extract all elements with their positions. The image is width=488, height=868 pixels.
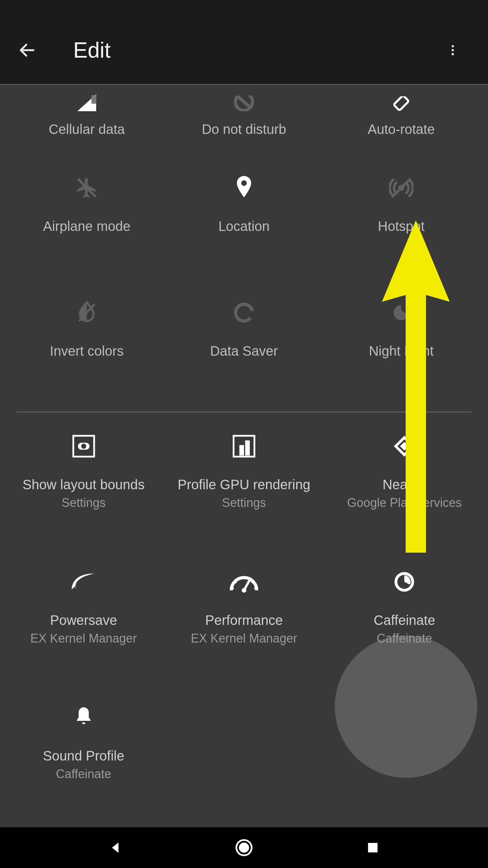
more-options-button[interactable]	[441, 38, 465, 62]
svg-rect-4	[92, 95, 96, 104]
tile-dnd[interactable]: Do not disturb	[165, 85, 323, 159]
arrow-left-icon	[18, 41, 37, 60]
svg-point-28	[242, 588, 246, 593]
tile-label: Hotspot	[378, 218, 425, 235]
edit-header: Edit	[0, 16, 488, 84]
tile-label: Profile GPU rendering	[178, 476, 310, 493]
tile-sublabel: Caffeinate	[377, 631, 432, 646]
nearby-icon	[392, 434, 416, 458]
tile-profile-gpu[interactable]: Profile GPU rendering Settings	[164, 416, 324, 551]
svg-rect-21	[400, 442, 409, 450]
tile-sublabel: Settings	[62, 495, 106, 510]
tile-label: Location	[218, 218, 269, 235]
svg-point-2	[452, 49, 454, 52]
gauge-icon	[227, 571, 261, 593]
tile-label: Caffeinate	[374, 612, 435, 629]
tile-grid-area: Cellular data Do not disturb Auto-rotate	[0, 84, 488, 827]
invert-colors-icon	[77, 301, 97, 324]
tile-sublabel: Google Play services	[347, 495, 462, 510]
square-recents-icon	[366, 841, 380, 855]
svg-rect-18	[239, 445, 244, 456]
tile-cellular-data[interactable]: Cellular data	[8, 85, 165, 159]
nav-back-button[interactable]	[102, 834, 129, 861]
svg-rect-33	[368, 843, 378, 852]
circle-home-icon	[234, 837, 254, 858]
tile-label: Data Saver	[210, 342, 278, 359]
clock-icon	[393, 571, 415, 593]
svg-point-13	[233, 301, 255, 324]
svg-rect-19	[245, 440, 250, 455]
nav-home-button[interactable]	[230, 834, 258, 861]
tile-label: Powersave	[50, 612, 117, 629]
tile-sublabel: Settings	[222, 495, 266, 510]
svg-point-9	[241, 180, 247, 186]
status-bar	[0, 0, 488, 16]
svg-line-6	[239, 97, 249, 107]
tile-label: Night Light	[369, 342, 433, 359]
svg-point-24	[243, 576, 246, 579]
tile-label: Cellular data	[49, 121, 125, 138]
dnd-icon	[234, 96, 254, 111]
tile-label: Performance	[205, 612, 283, 629]
tile-sublabel: EX Kernel Manager	[30, 631, 137, 646]
profile-gpu-icon	[230, 432, 258, 460]
tile-label: Invert colors	[50, 342, 124, 359]
tile-sublabel: Caffeinate	[56, 766, 111, 782]
tile-invert-colors[interactable]: Invert colors	[8, 284, 165, 409]
location-icon	[235, 176, 253, 200]
svg-rect-7	[394, 96, 409, 111]
svg-point-22	[231, 587, 234, 590]
night-light-icon	[391, 302, 411, 323]
tile-sound-profile[interactable]: Sound Profile Caffeinate	[3, 687, 164, 823]
tile-caffeinate[interactable]: Caffeinate Caffeinate	[324, 551, 485, 687]
tile-label: Do not disturb	[202, 121, 286, 138]
tile-hotspot[interactable]: Hotspot	[323, 159, 480, 284]
tile-powersave[interactable]: Powersave EX Kernel Manager	[3, 551, 164, 687]
tile-grid-mid: Airplane mode Location	[0, 159, 488, 409]
tile-night-light[interactable]: Night Light	[323, 284, 480, 409]
airplane-icon	[75, 176, 99, 200]
hotspot-icon	[389, 176, 413, 200]
svg-point-25	[251, 580, 254, 584]
leaf-icon	[69, 572, 98, 592]
tile-nearby[interactable]: Nearby Google Play services	[324, 416, 485, 551]
tile-data-saver[interactable]: Data Saver	[165, 284, 323, 409]
tile-airplane-mode[interactable]: Airplane mode	[8, 159, 165, 284]
bell-icon	[74, 706, 94, 729]
page-title: Edit	[73, 38, 110, 63]
tile-label: Show layout bounds	[23, 476, 145, 493]
tile-label: Airplane mode	[43, 218, 130, 235]
tile-label: Sound Profile	[43, 747, 124, 764]
triangle-back-icon	[107, 840, 123, 855]
svg-point-3	[452, 53, 454, 55]
tile-location[interactable]: Location	[165, 159, 323, 284]
svg-point-1	[452, 45, 454, 47]
tile-performance[interactable]: Performance EX Kernel Manager	[164, 551, 324, 687]
cellular-icon	[75, 94, 99, 111]
auto-rotate-icon	[390, 96, 412, 111]
tile-label: Auto-rotate	[368, 121, 435, 138]
tile-grid-top: Cellular data Do not disturb Auto-rotate	[0, 85, 488, 159]
back-button[interactable]	[15, 38, 39, 62]
tile-show-layout-bounds[interactable]: Show layout bounds Settings	[3, 416, 164, 551]
svg-point-16	[81, 443, 86, 449]
svg-point-32	[239, 843, 249, 853]
tile-sublabel: EX Kernel Manager	[191, 631, 297, 646]
data-saver-icon	[233, 301, 255, 324]
layout-bounds-icon	[70, 432, 98, 460]
tile-label: Nearby	[383, 476, 426, 493]
tile-auto-rotate[interactable]: Auto-rotate	[323, 85, 480, 159]
more-vertical-icon	[446, 43, 460, 57]
nav-recents-button[interactable]	[359, 834, 386, 861]
svg-point-26	[254, 587, 257, 590]
svg-point-23	[234, 580, 237, 584]
navigation-bar	[0, 827, 488, 868]
